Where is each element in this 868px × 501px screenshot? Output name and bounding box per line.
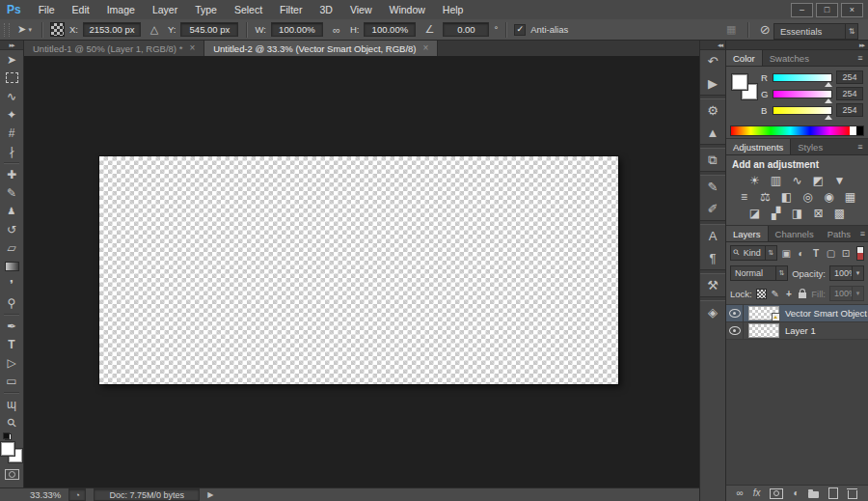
history-panel-icon[interactable]: ↶: [700, 50, 725, 72]
dock-strip-expand-button[interactable]: ◂◂: [700, 41, 725, 50]
tool-presets-panel-icon[interactable]: ⚒: [700, 274, 725, 296]
dodge-tool[interactable]: ⚲: [0, 293, 23, 312]
marquee-tool[interactable]: [0, 69, 23, 87]
gradient-map-icon[interactable]: ▩: [831, 206, 848, 220]
maintain-aspect-ratio-icon[interactable]: ∞: [328, 22, 345, 38]
close-icon[interactable]: ×: [423, 43, 429, 53]
close-icon[interactable]: ×: [189, 43, 195, 53]
gradient-tool[interactable]: [0, 257, 23, 275]
layer-effects-icon[interactable]: fx: [753, 488, 761, 498]
foreground-color-swatch[interactable]: [1, 442, 14, 456]
zoom-tool[interactable]: ⚲: [0, 413, 23, 431]
blue-slider[interactable]: [773, 106, 832, 115]
eyedropper-tool[interactable]: ∤: [0, 142, 23, 160]
lock-all-icon[interactable]: [798, 289, 807, 298]
document-canvas-transparent[interactable]: [99, 156, 618, 384]
lasso-tool[interactable]: ∿: [0, 87, 23, 105]
layer-thumbnail[interactable]: [748, 306, 779, 320]
quick-selection-tool[interactable]: ✦: [0, 105, 23, 124]
lock-position-icon[interactable]: +: [784, 289, 794, 299]
crop-tool[interactable]: #: [0, 124, 23, 142]
clone-stamp-tool[interactable]: ♟: [0, 202, 23, 220]
lock-image-pixels-icon[interactable]: ✎: [771, 289, 780, 299]
menu-3d[interactable]: 3D: [311, 0, 340, 19]
status-expand-icon[interactable]: ▶: [207, 490, 213, 499]
layer-visibility-toggle[interactable]: [726, 322, 744, 339]
add-layer-mask-icon[interactable]: [770, 488, 783, 499]
new-adjustment-layer-icon[interactable]: ◐: [793, 488, 799, 498]
warp-mode-icon[interactable]: ▦: [722, 22, 740, 38]
height-input[interactable]: 100.00%: [364, 22, 416, 37]
quick-mask-button[interactable]: [0, 465, 23, 484]
new-layer-icon[interactable]: [828, 487, 838, 499]
spectrum-gradient[interactable]: [731, 126, 850, 135]
tab-adjustments[interactable]: Adjustments: [726, 139, 791, 154]
panel-menu-icon[interactable]: ≡: [853, 50, 868, 66]
menu-view[interactable]: View: [341, 0, 381, 19]
close-button[interactable]: ×: [841, 3, 863, 17]
cancel-transform-icon[interactable]: ⊘: [756, 22, 773, 38]
relative-positioning-icon[interactable]: △: [146, 22, 163, 38]
layer-visibility-toggle[interactable]: [726, 305, 744, 321]
filter-type-layers-icon[interactable]: T: [810, 246, 822, 260]
clone-source-panel-icon[interactable]: ⧉: [700, 149, 725, 171]
color-spectrum-ramp[interactable]: [730, 125, 864, 136]
filter-smart-objects-icon[interactable]: ⊡: [840, 246, 852, 260]
green-slider[interactable]: [773, 90, 832, 98]
filter-adjustment-layers-icon[interactable]: ◐: [795, 246, 806, 260]
link-layers-icon[interactable]: ∞: [737, 488, 744, 498]
fill-select[interactable]: 100% ▾: [829, 286, 864, 301]
slider-thumb[interactable]: [825, 115, 832, 120]
new-group-icon[interactable]: [808, 488, 819, 498]
spectrum-white[interactable]: [850, 126, 856, 135]
options-bar-grip[interactable]: [4, 23, 10, 37]
green-value[interactable]: 254: [836, 87, 863, 100]
healing-brush-tool[interactable]: ✚: [0, 165, 23, 183]
history-brush-tool[interactable]: ↺: [0, 220, 23, 238]
foreground-background-swatches[interactable]: [1, 442, 22, 462]
angle-input[interactable]: 0.00: [443, 22, 489, 37]
red-value[interactable]: 254: [836, 70, 863, 84]
document-size-info[interactable]: Doc: 7.75M/0 bytes: [94, 488, 200, 501]
foreground-color-swatch[interactable]: [732, 74, 747, 90]
layer-row-vector-smart-object[interactable]: Vector Smart Object: [726, 305, 868, 322]
anti-alias-checkbox[interactable]: ✓: [514, 24, 526, 36]
move-tool[interactable]: ➤: [0, 50, 23, 69]
menu-file[interactable]: File: [30, 0, 64, 19]
tab-color[interactable]: Color: [726, 50, 763, 66]
menu-window[interactable]: Window: [380, 0, 433, 19]
color-balance-icon[interactable]: ⚖: [757, 189, 773, 204]
lock-transparent-pixels-icon[interactable]: [756, 289, 767, 299]
tab-channels[interactable]: Channels: [769, 226, 821, 241]
layer-row-layer-1[interactable]: Layer 1: [726, 322, 868, 340]
panel-menu-icon[interactable]: ≡: [853, 139, 868, 154]
hand-tool[interactable]: ɰ: [0, 395, 23, 413]
brush-presets-panel-icon[interactable]: ✐: [700, 198, 725, 220]
properties-panel-icon[interactable]: ⚙: [700, 99, 725, 122]
slider-thumb[interactable]: [825, 98, 832, 103]
blend-mode-select[interactable]: Normal ⇅: [730, 265, 788, 281]
menu-help[interactable]: Help: [434, 0, 473, 19]
workspace-selector[interactable]: Essentials ⇅: [773, 23, 858, 40]
actions-panel-icon[interactable]: ▶: [700, 72, 725, 95]
threshold-icon[interactable]: ◨: [789, 206, 805, 220]
tab-styles[interactable]: Styles: [791, 139, 829, 154]
tab-layers[interactable]: Layers: [726, 226, 769, 241]
histogram-panel-icon[interactable]: ▲: [700, 122, 725, 144]
delete-layer-icon[interactable]: [848, 487, 857, 499]
menu-select[interactable]: Select: [226, 0, 271, 19]
spectrum-black[interactable]: [856, 126, 863, 135]
dock-collapse-button[interactable]: ▸▸: [726, 41, 868, 50]
character-panel-icon[interactable]: A: [700, 225, 725, 247]
filtering-on-off-toggle[interactable]: [856, 246, 864, 261]
paragraph-panel-icon[interactable]: ¶: [700, 247, 725, 269]
blue-value[interactable]: 254: [836, 103, 863, 117]
channel-mixer-icon[interactable]: ◉: [821, 189, 837, 204]
pen-tool[interactable]: ✒: [0, 317, 23, 335]
eraser-tool[interactable]: ▱: [0, 238, 23, 257]
toolbar-collapse-button[interactable]: ▸▸: [0, 41, 23, 50]
3d-panel-icon[interactable]: ◈: [700, 301, 725, 323]
menu-image[interactable]: Image: [98, 0, 144, 19]
filter-kind-select[interactable]: ⚲ Kind ⇅: [730, 245, 777, 261]
menu-type[interactable]: Type: [186, 0, 226, 19]
